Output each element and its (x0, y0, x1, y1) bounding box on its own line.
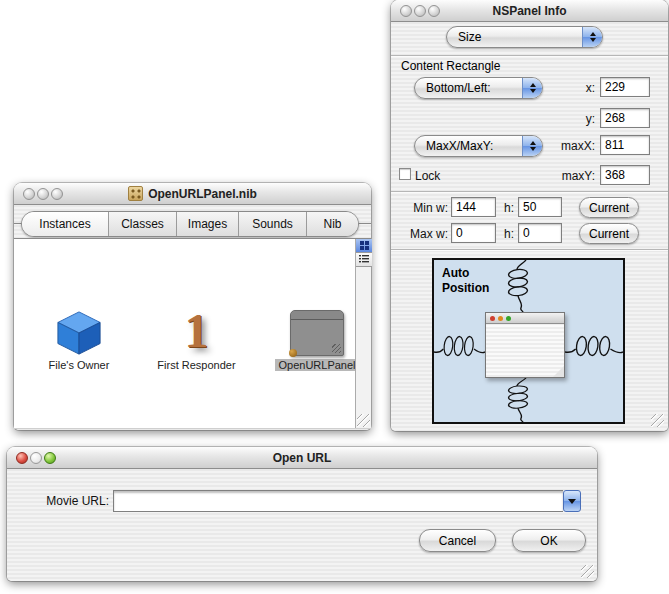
x-field[interactable] (600, 77, 650, 97)
instances-view: File's Owner 1 First Responder OpenURLPa… (14, 238, 371, 429)
maxx-field[interactable] (600, 135, 650, 155)
zoom-button-icon[interactable] (428, 5, 440, 17)
nib-window-title-text: OpenURLPanel.nib (148, 187, 257, 201)
instance-first-responder[interactable]: 1 First Responder (139, 299, 254, 371)
zoom-button-icon[interactable] (44, 452, 56, 464)
up-down-arrows-icon (582, 27, 602, 47)
inspector-mode-popup-label: Size (447, 30, 582, 44)
content-rectangle-label: Content Rectangle (401, 59, 500, 73)
divider (391, 191, 668, 193)
nib-document-window: OpenURLPanel.nib Instances Classes Image… (14, 183, 371, 430)
spring-top-icon[interactable] (504, 260, 534, 312)
inspector-titlebar[interactable]: NSPanel Info (391, 0, 668, 22)
preview-titlebar (486, 313, 564, 324)
auto-position-window-preview (485, 312, 565, 378)
down-arrow-icon[interactable] (563, 490, 581, 512)
movie-url-label: Movie URL: (37, 494, 109, 508)
zoom-button-icon[interactable] (51, 188, 63, 200)
max-popup-label: MaxX/MaxY: (415, 139, 522, 153)
tab-nib[interactable]: Nib (306, 212, 358, 236)
window-controls (400, 5, 440, 17)
list-view-icon[interactable] (356, 253, 372, 267)
max-current-button[interactable]: Current (579, 223, 639, 244)
nib-tab-bar: Instances Classes Images Sounds Nib (21, 211, 359, 237)
divider (391, 55, 668, 57)
spring-right-icon[interactable] (565, 330, 623, 360)
instance-label-selected: OpenURLPanel (275, 359, 358, 371)
resize-grip[interactable] (357, 414, 370, 427)
panel-window-icon (290, 310, 344, 356)
instance-label: File's Owner (46, 359, 113, 371)
up-down-arrows-icon (522, 78, 542, 98)
preview-fold-corner (553, 366, 564, 377)
movie-url-input[interactable] (113, 490, 563, 512)
max-w-label: Max w: (399, 227, 448, 241)
panel-dot-icon (289, 349, 297, 357)
origin-popup-label: Bottom/Left: (415, 81, 522, 95)
min-w-label: Min w: (399, 201, 448, 215)
max-h-field[interactable] (518, 223, 562, 243)
nib-file-icon (128, 186, 143, 201)
nib-window-title: OpenURLPanel.nib (128, 186, 257, 201)
grid-view-icon[interactable] (356, 239, 372, 253)
window-controls (16, 452, 56, 464)
open-url-window-title: Open URL (273, 451, 332, 465)
auto-position-control[interactable]: Auto Position (432, 258, 625, 424)
maxx-label: maxX: (541, 139, 595, 153)
close-button-icon[interactable] (23, 188, 35, 200)
min-current-button[interactable]: Current (579, 197, 639, 218)
open-url-dialog: Open URL Movie URL: Cancel OK (7, 447, 597, 581)
first-responder-one-icon: 1 (185, 306, 209, 356)
instance-label: First Responder (154, 359, 238, 371)
maxy-label: maxY: (541, 169, 595, 183)
tab-instances[interactable]: Instances (22, 212, 108, 236)
min-h-field[interactable] (518, 197, 562, 217)
maxy-field[interactable] (600, 165, 650, 185)
cancel-button[interactable]: Cancel (419, 529, 496, 552)
movie-url-combobox (113, 490, 581, 512)
instance-files-owner[interactable]: File's Owner (24, 299, 134, 371)
y-field[interactable] (600, 108, 650, 128)
panel-titlebar-icon (291, 311, 343, 320)
close-button-icon[interactable] (400, 5, 412, 17)
panel-grip-icon (332, 344, 341, 353)
origin-popup[interactable]: Bottom/Left: (414, 77, 543, 99)
minimize-button-icon[interactable] (30, 452, 42, 464)
ok-button[interactable]: OK (512, 529, 586, 552)
zoom-dot-icon (506, 316, 511, 321)
max-h-label: h: (497, 227, 514, 241)
inspector-window: NSPanel Info Size Content Rectangle Bott… (391, 0, 668, 431)
close-button-icon[interactable] (16, 452, 28, 464)
spring-bottom-icon[interactable] (504, 378, 534, 422)
tab-sounds[interactable]: Sounds (238, 212, 306, 236)
lock-checkbox[interactable] (399, 168, 411, 180)
minimize-dot-icon (498, 316, 503, 321)
open-url-titlebar[interactable]: Open URL (7, 447, 597, 469)
max-w-field[interactable] (451, 223, 496, 243)
cube-icon (54, 310, 104, 356)
resize-grip[interactable] (581, 565, 594, 578)
x-label: x: (551, 81, 595, 95)
up-down-arrows-icon (522, 136, 542, 156)
minimize-button-icon[interactable] (414, 5, 426, 17)
resize-grip[interactable] (651, 414, 664, 427)
vertical-scrollbar[interactable] (355, 239, 371, 428)
spring-left-icon[interactable] (434, 330, 485, 360)
inspector-window-title: NSPanel Info (492, 4, 566, 18)
lock-label: Lock (415, 169, 440, 183)
min-w-field[interactable] (451, 197, 496, 217)
inspector-mode-popup[interactable]: Size (446, 26, 603, 48)
nib-titlebar[interactable]: OpenURLPanel.nib (14, 183, 371, 205)
divider (391, 249, 668, 251)
y-label: y: (551, 112, 595, 126)
tab-classes[interactable]: Classes (108, 212, 176, 236)
close-dot-icon (490, 316, 495, 321)
auto-position-label: Auto Position (442, 266, 504, 296)
min-h-label: h: (497, 201, 514, 215)
desktop: NSPanel Info Size Content Rectangle Bott… (0, 0, 669, 594)
max-popup[interactable]: MaxX/MaxY: (414, 135, 543, 157)
minimize-button-icon[interactable] (37, 188, 49, 200)
tab-images[interactable]: Images (176, 212, 238, 236)
window-controls (23, 188, 63, 200)
